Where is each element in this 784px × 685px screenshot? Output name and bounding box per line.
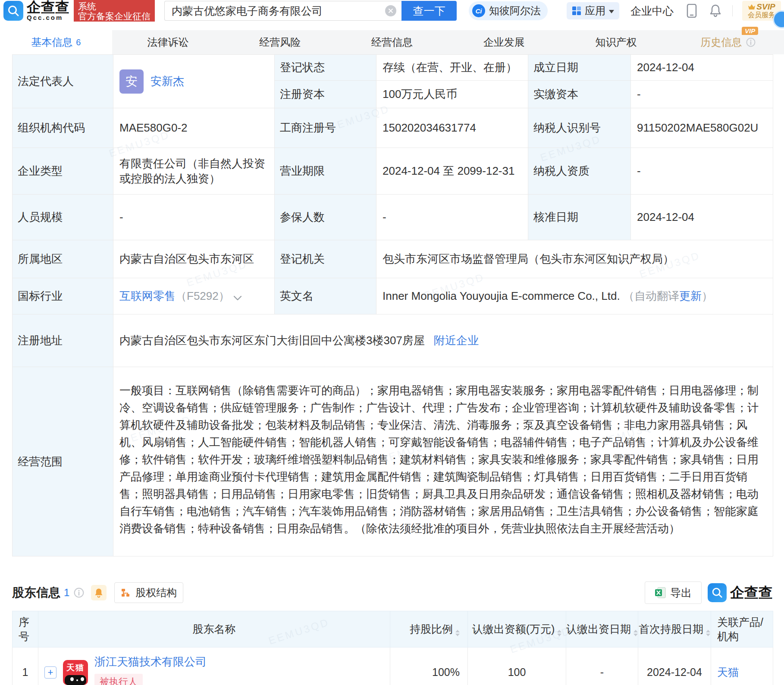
- tab-label: 经营风险: [259, 35, 301, 49]
- header-divider: [732, 5, 733, 16]
- row-no: 1: [13, 647, 38, 685]
- equity-structure-button[interactable]: 股权结构: [114, 582, 183, 603]
- shareholder-company-link[interactable]: 浙江天猫技术有限公司: [94, 655, 207, 668]
- col-header-sub-date[interactable]: 认缴出资日期: [566, 611, 638, 647]
- col-header-no: 序号: [13, 611, 38, 647]
- col-header-amount[interactable]: 认缴出资额(万元): [468, 611, 566, 647]
- en-name-cell: Inner Mongolia Youyoujia E-commerce Co.,…: [376, 278, 773, 314]
- shareholders-title: 股东信息: [12, 584, 60, 601]
- tab-basic-info[interactable]: 基本信息 6: [0, 30, 112, 54]
- related-product-link[interactable]: 天猫: [717, 666, 739, 678]
- address-value: 内蒙古自治区包头市东河区东门大街旧回中公寓楼3楼307房屋: [119, 334, 425, 347]
- col-header-first-date[interactable]: 首次持股日期: [638, 611, 711, 647]
- tab-history-info[interactable]: 历史信息 VIP: [672, 30, 784, 54]
- qcc-brand-name: 企查查: [730, 583, 773, 603]
- page: 企查查 Qcc.com 系统 官方备案企业征信 查一下 Ci 知彼阿尔法: [0, 0, 784, 685]
- en-name-note-suffix: ）: [702, 289, 713, 302]
- apps-menu-button[interactable]: 应用: [567, 2, 619, 19]
- nearby-companies-link[interactable]: 附近企业: [434, 334, 479, 347]
- reg-status-value: 存续（在营、开业、在册）: [376, 55, 528, 81]
- sort-icon[interactable]: [455, 630, 460, 636]
- crown-icon: [748, 4, 756, 10]
- qcc-logo-title: 企查查: [27, 1, 69, 14]
- zhibi-alpha-button[interactable]: Ci 知彼阿尔法: [469, 1, 548, 20]
- reg-status-label: 登记状态: [275, 55, 376, 81]
- staff-size-label: 人员规模: [13, 195, 113, 240]
- tab-basic-info-count: 6: [76, 38, 81, 47]
- shareholders-table: 序号 股东名称 持股比例 认缴出资额(万元) 认缴出资日期 首次持股日期 关联产…: [12, 611, 773, 685]
- tab-label: 经营信息: [371, 35, 413, 49]
- qcc-brand-icon: [708, 583, 727, 602]
- legal-rep-link[interactable]: 安新杰: [151, 74, 184, 89]
- sort-icon[interactable]: [706, 630, 710, 636]
- legal-rep-label: 法定代表人: [13, 55, 113, 108]
- sort-icon[interactable]: [633, 630, 638, 636]
- row-sub-date: -: [566, 647, 638, 685]
- est-date-value: 2024-12-04: [631, 55, 773, 81]
- search-input-wrap: [164, 1, 401, 21]
- industry-link[interactable]: 互联网零售: [119, 289, 176, 302]
- export-button[interactable]: 导出: [645, 581, 702, 604]
- tmall-logo: 天猫: [63, 660, 88, 685]
- company-type-value: 有限责任公司（非自然人投资或控股的法人独资）: [113, 148, 275, 195]
- en-name-update-link[interactable]: 更新: [679, 289, 702, 302]
- shareholder-name-cell: + 天猫 浙江天猫技术有限公司 被执行人: [38, 647, 390, 685]
- sort-icon[interactable]: [557, 630, 561, 636]
- apps-label: 应用: [585, 4, 605, 18]
- staff-size-value: -: [113, 195, 275, 240]
- search-button[interactable]: 查一下: [401, 1, 457, 21]
- tab-history-label: 历史信息: [700, 36, 742, 48]
- industry-code: （F5292）: [176, 289, 230, 302]
- enterprise-center-link[interactable]: 企业中心: [630, 4, 674, 18]
- search-input[interactable]: [164, 1, 401, 21]
- expand-row-button[interactable]: +: [44, 666, 56, 679]
- col-header-ratio-label: 持股比例: [410, 623, 453, 635]
- est-date-label: 成立日期: [528, 55, 631, 81]
- top-navigation-bar: 企查查 Qcc.com 系统 官方备案企业征信 查一下 Ci 知彼阿尔法: [0, 0, 784, 22]
- biz-term-label: 营业期限: [275, 148, 376, 195]
- shareholders-alert-bell-icon[interactable]: [91, 585, 107, 600]
- tab-company-development[interactable]: 企业发展: [448, 30, 560, 54]
- tab-legal-litigation[interactable]: 法律诉讼: [112, 30, 224, 54]
- col-header-ratio[interactable]: 持股比例: [390, 611, 468, 647]
- equity-structure-label: 股权结构: [135, 586, 177, 600]
- tab-label: 法律诉讼: [147, 35, 189, 49]
- tmall-cat-icon: [65, 675, 86, 685]
- shareholder-row: 1 + 天猫 浙江天猫技术有限公司 被执行人 100% 100 - 2024-1…: [13, 647, 773, 685]
- qcc-logo-subtitle: Qcc.com: [27, 14, 69, 21]
- org-code-value: MAE580G0-2: [113, 108, 275, 148]
- tab-operating-info[interactable]: 经营信息: [336, 30, 448, 54]
- registry-value: 包头市东河区市场监督管理局（包头市东河区知识产权局）: [376, 240, 773, 278]
- notification-bell-icon[interactable]: [710, 4, 721, 17]
- industry-chevron-down-icon[interactable]: [233, 291, 242, 304]
- apps-grid-icon: [572, 6, 581, 16]
- taxpayer-id-value: 91150202MAE580G02U: [631, 108, 773, 148]
- export-label: 导出: [670, 586, 692, 600]
- taxpayer-quality-value: -: [631, 148, 773, 195]
- reg-capital-label: 注册资本: [275, 81, 376, 108]
- biz-reg-no-label: 工商注册号: [275, 108, 376, 148]
- shareholders-info-icon[interactable]: [74, 588, 84, 598]
- en-name-value: Inner Mongolia Youyoujia E-commerce Co.,…: [383, 289, 620, 302]
- official-record-badge-line2: 官方备案企业征信: [78, 11, 151, 21]
- tab-operating-risk[interactable]: 经营风险: [224, 30, 336, 54]
- biz-term-value: 2024-12-04 至 2099-12-31: [376, 148, 528, 195]
- qcc-logo-text: 企查查 Qcc.com: [27, 1, 69, 21]
- history-info-icon[interactable]: [746, 38, 756, 47]
- scope-value: 一般项目：互联网销售（除销售需要许可的商品）；家用电器销售；家用电器安装服务；家…: [113, 367, 773, 556]
- row-amount: 100: [468, 647, 566, 685]
- qcc-logo[interactable]: 企查查 Qcc.com: [3, 1, 69, 21]
- industry-label: 国标行业: [13, 278, 113, 314]
- col-header-related: 关联产品/机构: [711, 611, 773, 647]
- approval-date-label: 核准日期: [528, 195, 631, 240]
- region-value: 内蒙古自治区包头市东河区: [113, 240, 275, 278]
- tab-intellectual-property[interactable]: 知识产权: [560, 30, 672, 54]
- mobile-app-icon[interactable]: [687, 4, 697, 18]
- excel-icon: [655, 587, 666, 598]
- qcc-watermark-logo: 企查查: [708, 583, 773, 603]
- registry-label: 登记机关: [275, 240, 376, 278]
- clear-search-icon[interactable]: [385, 5, 396, 16]
- svip-sublabel: 会员服务: [748, 11, 775, 19]
- shareholders-count: 1: [64, 587, 69, 599]
- official-record-badge-line1: 系统: [78, 1, 151, 11]
